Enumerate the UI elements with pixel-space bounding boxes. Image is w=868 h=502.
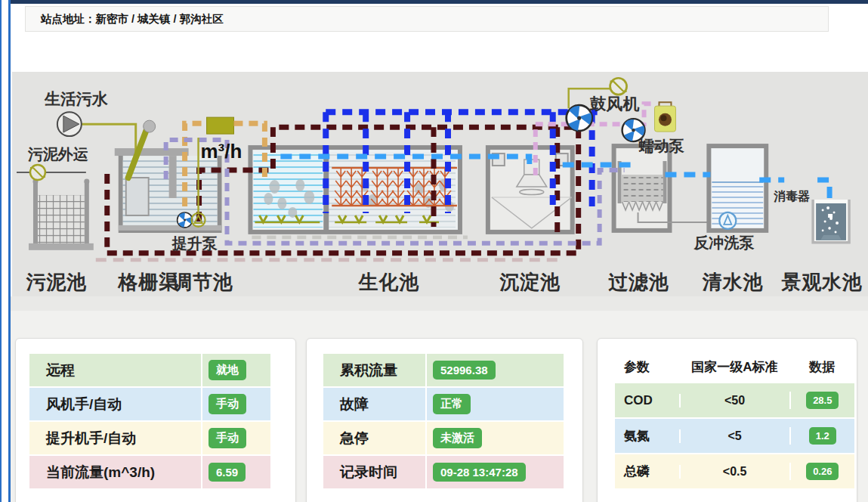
column-header: 国家一级A标准 — [680, 358, 790, 376]
timestamp-badge: 09-28 13:47:28 — [433, 463, 526, 482]
column-header: 参数 — [615, 358, 680, 376]
landscape-pool — [813, 200, 849, 243]
tank-label: 景观水池 — [780, 271, 863, 293]
scada-page: 站点地址：新密市 / 城关镇 / 郭沟社区 — [0, 0, 868, 502]
plant-diagram: 生活污水 污泥外运 提升泵 m³/h 鼓风机 蠕动泵 反冲洗泵 消毒器 污泥池 … — [12, 72, 868, 296]
table-row: 当前流量(m^3/h) 6.59 — [29, 456, 270, 490]
clear-water-tank — [709, 146, 766, 231]
sludge-out-label: 污泥外运 — [27, 146, 88, 163]
flow-meter — [207, 117, 234, 134]
blower-fan-icon — [567, 104, 592, 132]
inflow-label: 生活污水 — [44, 90, 109, 107]
flow-unit-label: m³/h — [201, 141, 242, 162]
row-label: 提升机手/自动 — [29, 429, 201, 448]
site-address-bar: 站点地址：新密市 / 城关镇 / 郭沟社区 — [25, 6, 829, 32]
param-name: COD — [615, 393, 679, 408]
tank-label: 格栅渠 — [117, 271, 179, 293]
table-row: 提升机手/自动 手动 — [29, 422, 270, 456]
backwash-pump-label: 反冲洗泵 — [693, 234, 755, 251]
row-label: 急停 — [323, 429, 425, 448]
column-header: 数据 — [789, 358, 854, 376]
param-name: 氨氮 — [615, 427, 679, 445]
tank-label: 调节池 — [171, 271, 233, 293]
status-badge: 正常 — [433, 394, 471, 414]
disinfector-label: 消毒器 — [773, 190, 810, 203]
lift-pump-label: 提升泵 — [171, 235, 218, 252]
table-row: 急停 未激活 — [323, 422, 564, 456]
tank-label: 过滤池 — [608, 271, 669, 293]
sludge-tank — [17, 172, 94, 250]
value-badge: 52996.38 — [433, 361, 496, 380]
value-badge: 0.26 — [806, 463, 839, 480]
status-badge: 手动 — [209, 394, 246, 414]
table-row: 远程 就地 — [29, 354, 270, 388]
row-label: 故障 — [323, 395, 425, 414]
table-row: 记录时间 09-28 13:47:28 — [323, 456, 564, 490]
param-name: 总磷 — [615, 463, 679, 480]
table-row: 总磷 <0.5 0.26 — [615, 454, 854, 490]
standard-value: <0.5 — [679, 465, 789, 479]
tank-label: 沉淀池 — [499, 271, 561, 293]
lift-pump-icon — [178, 212, 193, 228]
rake-pivot — [144, 120, 156, 132]
row-label: 累积流量 — [323, 361, 425, 380]
table-row: 累积流量 52996.38 — [323, 354, 564, 388]
row-label: 远程 — [29, 361, 201, 380]
table-row: 氨氮 <5 1.2 — [615, 419, 854, 454]
peristaltic-pump-label: 蠕动泵 — [638, 138, 685, 154]
table-row: 故障 正常 — [323, 388, 564, 422]
blower-valve-icon — [610, 78, 627, 95]
row-label: 风机手/自动 — [29, 395, 201, 414]
tank-label: 污泥池 — [25, 271, 87, 293]
status-badge: 就地 — [209, 360, 246, 380]
status-panel: 累积流量 52996.38 故障 正常 急停 未激活 记录时间 09-28 13… — [306, 338, 583, 502]
value-badge: 6.59 — [209, 463, 246, 482]
inflow-pump-icon — [57, 112, 82, 136]
left-accent-line — [0, 0, 2, 502]
table-row: 风机手/自动 手动 — [29, 388, 270, 422]
row-label: 当前流量(m^3/h) — [29, 463, 201, 482]
process-diagram-band: 生活污水 污泥外运 提升泵 m³/h 鼓风机 蠕动泵 反冲洗泵 消毒器 污泥池 … — [12, 72, 868, 296]
tank-label: 生化池 — [358, 271, 420, 293]
blower-label: 鼓风机 — [589, 95, 640, 113]
status-badge: 手动 — [209, 428, 246, 448]
tank-label: 清水池 — [702, 271, 764, 293]
standard-value: <50 — [679, 394, 789, 407]
standard-value: <5 — [679, 429, 789, 443]
value-badge: 28.5 — [806, 392, 839, 409]
table-row: COD <50 28.5 — [615, 383, 854, 419]
value-badge: 1.2 — [809, 427, 836, 445]
sludge-valve-icon — [30, 165, 45, 180]
water-quality-panel: 参数 国家一级A标准 数据 COD <50 28.5 氨氮 <5 1.2 总磷 … — [597, 338, 857, 502]
site-address: 站点地址：新密市 / 城关镇 / 郭沟社区 — [26, 12, 224, 26]
top-navy-bar — [11, 0, 868, 4]
table-header-row: 参数 国家一级A标准 数据 — [615, 350, 854, 383]
row-label: 记录时间 — [323, 463, 425, 482]
status-badge: 未激活 — [433, 428, 482, 448]
control-panel: 远程 就地 风机手/自动 手动 提升机手/自动 手动 当前流量(m^3/h) 6… — [15, 338, 296, 502]
divider-strip — [11, 296, 868, 311]
